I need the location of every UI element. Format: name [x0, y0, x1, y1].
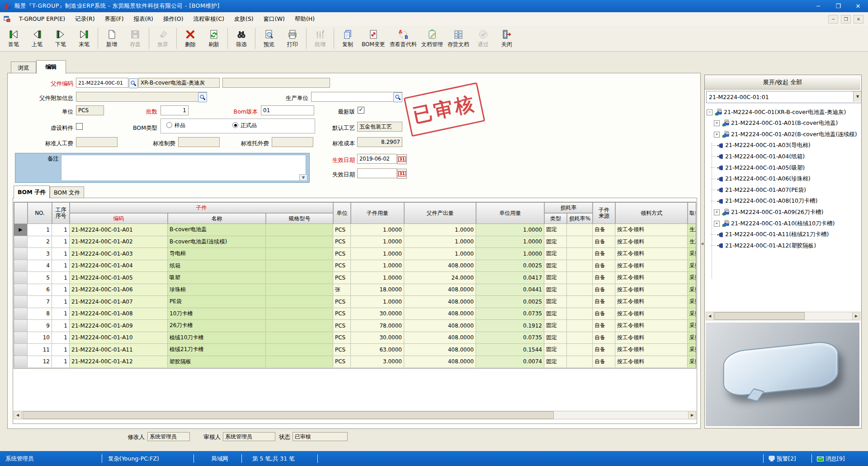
grid-cell[interactable] [266, 248, 333, 260]
menu-item-0[interactable]: T-GROUP ERP(E) [14, 14, 70, 24]
grid-cell[interactable]: 采购 [688, 308, 696, 320]
grid-cell[interactable] [567, 260, 593, 272]
remark-textarea[interactable] [61, 155, 306, 181]
grid-cell[interactable]: 24.0000 [404, 272, 476, 284]
row-selector-cell[interactable] [14, 260, 28, 272]
grid-cell[interactable]: 固定 [544, 356, 567, 368]
grid-cell[interactable] [266, 260, 333, 272]
grid-cell[interactable] [567, 236, 593, 248]
tree-node[interactable]: +21-M2224-00C-01-A09(26刀卡槽) [705, 207, 860, 218]
grid-cell[interactable]: PCS [333, 332, 351, 344]
grid-cell[interactable]: 按工令领料 [615, 344, 688, 356]
row-selector-cell[interactable] [14, 248, 28, 260]
row-selector-cell[interactable] [14, 236, 28, 248]
grid-cell[interactable] [567, 344, 593, 356]
grid-cell[interactable] [266, 356, 333, 368]
expand-icon[interactable]: + [714, 209, 720, 215]
grid-cell[interactable]: 自备 [593, 224, 615, 236]
grid-cell[interactable]: 408.0000 [404, 284, 476, 296]
table-row[interactable]: 3121-M2224-00C-01-A03导电棉PCS1.00001.00001… [14, 248, 696, 260]
table-row[interactable]: 12121-M2224-00C-01-A12塑胶隔板PCS3.0000408.0… [14, 356, 696, 368]
grid-cell[interactable]: PCS [333, 236, 351, 248]
grid-cell[interactable]: 1 [52, 248, 70, 260]
grid-cell[interactable]: 26刀卡槽 [168, 320, 266, 332]
parent-extra-input[interactable] [76, 92, 207, 102]
grid-cell[interactable]: 408.0000 [404, 296, 476, 308]
row-selector-cell[interactable] [14, 344, 28, 356]
remark-scroll-down-icon[interactable]: ▼ [299, 174, 307, 181]
toolbar-button-nav-next[interactable]: 下笔 [49, 27, 72, 50]
tree-node[interactable]: 21-M2224-00C-01-A08(10刀卡槽) [705, 196, 860, 207]
tree-node[interactable]: +21-M2224-00C-01-A01(B-cover电池盖) [705, 118, 860, 129]
row-selector-cell[interactable] [14, 308, 28, 320]
bom-type-sample-radio[interactable]: 样品 [166, 122, 185, 129]
grid-cell[interactable]: 21-M2224-00C-01-A11 [70, 344, 168, 356]
grid-cell[interactable]: 4 [28, 260, 52, 272]
grid-cell[interactable]: 21-M2224-00C-01-A01 [70, 224, 168, 236]
prod-unit-input[interactable] [311, 92, 402, 102]
menu-item-3[interactable]: 报表(R) [129, 14, 158, 24]
expand-icon[interactable]: + [714, 132, 720, 138]
grid-cell[interactable]: 固定 [544, 224, 567, 236]
parent-extra-lookup-button[interactable] [198, 92, 207, 102]
row-selector-cell[interactable] [14, 296, 28, 308]
grid-cell[interactable] [567, 356, 593, 368]
toolbar-button-close-exit[interactable]: 关闭 [495, 27, 519, 50]
grid-cell[interactable]: 21-M2224-00C-01-A02 [70, 236, 168, 248]
grid-cell[interactable]: PCS [333, 296, 351, 308]
parent-code-input[interactable] [76, 78, 128, 88]
bom-version-input[interactable] [261, 105, 314, 115]
grid-cell[interactable] [567, 272, 593, 284]
row-selector-cell[interactable] [14, 284, 28, 296]
grid-cell[interactable]: 按工令领料 [615, 248, 688, 260]
grid-cell[interactable]: 1.0000 [404, 224, 476, 236]
maximize-button[interactable]: ❐ [828, 0, 848, 12]
row-selector-cell[interactable] [14, 320, 28, 332]
chevron-down-icon[interactable]: ▼ [853, 91, 862, 102]
table-row[interactable]: 11121-M2224-00C-01-A11植绒21刀卡槽PCS63.00004… [14, 344, 696, 356]
grid-cell[interactable] [266, 224, 333, 236]
grid-cell[interactable]: 1.0000 [476, 224, 544, 236]
grid-cell[interactable] [266, 320, 333, 332]
grid-cell[interactable] [567, 332, 593, 344]
tree-node[interactable]: 21-M2224-00C-01-A05(吸塑) [705, 162, 860, 173]
parent-code-lookup-button[interactable] [129, 78, 138, 88]
grid-cell[interactable]: 采购 [688, 260, 696, 272]
grid-cell[interactable]: 408.0000 [404, 308, 476, 320]
grid-cell[interactable]: 1.0000 [476, 248, 544, 260]
tab-edit[interactable]: 编辑 [36, 60, 66, 74]
scroll-right-icon[interactable]: ▶ [852, 312, 860, 320]
grid-cell[interactable]: 1.0000 [351, 248, 404, 260]
grid-cell[interactable]: 3.0000 [351, 356, 404, 368]
grid-cell[interactable]: 1.0000 [404, 248, 476, 260]
toolbar-button-refresh[interactable]: 刷新 [202, 27, 226, 50]
statusbar-alert[interactable]: 预警[2] [769, 451, 796, 466]
grid-cell[interactable]: 1 [52, 332, 70, 344]
grid-cell[interactable]: 1 [52, 308, 70, 320]
grid-cell[interactable] [266, 332, 333, 344]
grid-cell[interactable]: 按工令领料 [615, 332, 688, 344]
grid-cell[interactable]: 自备 [593, 284, 615, 296]
row-selector-cell[interactable] [14, 272, 28, 284]
grid-cell[interactable]: 1 [52, 296, 70, 308]
tab-bom-file[interactable]: BOM 文件 [50, 186, 84, 199]
row-selector-cell[interactable] [14, 356, 28, 368]
scroll-left-icon[interactable]: ◀ [706, 312, 714, 320]
grid-cell[interactable]: PE袋 [168, 296, 266, 308]
grid-cell[interactable]: 21-M2224-00C-01-A09 [70, 320, 168, 332]
scroll-thumb[interactable] [23, 411, 554, 419]
scroll-thumb[interactable] [714, 312, 805, 320]
scroll-track[interactable] [714, 312, 852, 320]
grid-cell[interactable]: 采购 [688, 284, 696, 296]
grid-cell[interactable]: 张 [333, 284, 351, 296]
close-button[interactable]: ✕ [848, 0, 868, 12]
grid-cell[interactable]: 1 [52, 236, 70, 248]
grid-cell[interactable]: 采购 [688, 320, 696, 332]
grid-cell[interactable]: 10刀卡槽 [168, 308, 266, 320]
grid-cell[interactable]: 408.0000 [404, 344, 476, 356]
tree-expand-collapse-header[interactable]: 展开/收起 全部 [705, 75, 860, 90]
grid-cell[interactable]: 21-M2224-00C-01-A06 [70, 284, 168, 296]
grid-cell[interactable]: 按工令领料 [615, 236, 688, 248]
tree-node[interactable]: +21-M2224-00C-01-A10(植绒10刀卡槽) [705, 218, 860, 229]
grid-cell[interactable]: 1 [52, 320, 70, 332]
